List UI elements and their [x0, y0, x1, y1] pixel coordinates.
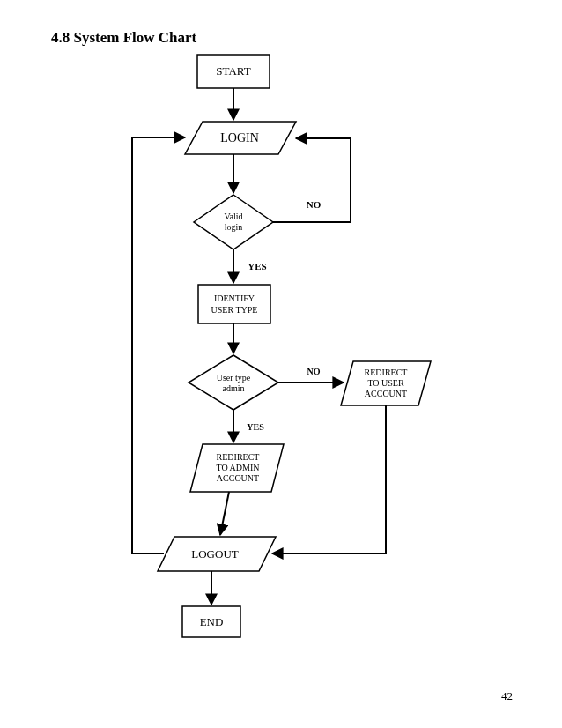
- valid-login-l1: Valid: [224, 212, 242, 221]
- usertype-l2: admin: [223, 383, 245, 393]
- edge-valid-no: [273, 138, 351, 222]
- flowchart-svg: START LOGIN Valid login NO YES IDENTIFY …: [0, 0, 562, 728]
- start-label: START: [216, 64, 250, 78]
- no-label-1: NO: [307, 199, 322, 210]
- identify-node: [198, 285, 270, 323]
- redirect-user-l3: ACCOUNT: [365, 389, 407, 398]
- login-label: LOGIN: [220, 131, 259, 145]
- yes-label-1: YES: [248, 261, 266, 271]
- yes-label-2: YES: [247, 422, 264, 432]
- redirect-admin-l2: TO ADMIN: [217, 463, 260, 472]
- valid-login-l2: login: [225, 222, 243, 232]
- logout-label: LOGOUT: [191, 547, 238, 561]
- end-label: END: [200, 615, 224, 628]
- edge-logout-login: [132, 137, 185, 553]
- usertype-l1: User type: [217, 373, 251, 383]
- redirect-user-l1: REDIRECT: [365, 368, 408, 377]
- edge-redirectuser-logout: [272, 405, 386, 553]
- redirect-admin-l3: ACCOUNT: [217, 473, 259, 483]
- no-label-2: NO: [307, 367, 321, 376]
- identify-l1: IDENTIFY: [214, 293, 255, 303]
- identify-l2: USER TYPE: [211, 305, 258, 315]
- redirect-admin-l1: REDIRECT: [217, 452, 260, 462]
- redirect-user-l2: TO USER: [367, 378, 404, 388]
- edge-redirectadmin-logout: [220, 492, 229, 535]
